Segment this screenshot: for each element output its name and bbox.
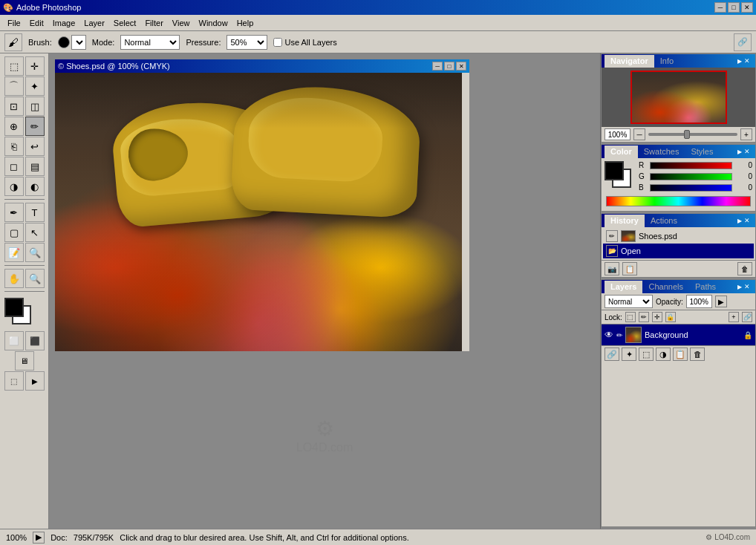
nav-zoom-input[interactable] <box>605 128 630 140</box>
history-new-snapshot[interactable]: 📷 <box>605 262 619 275</box>
history-panel-close[interactable]: ✕ <box>742 216 752 225</box>
menu-image[interactable]: Image <box>48 17 80 29</box>
tool-notes[interactable]: 📝 <box>4 243 24 262</box>
tool-zoom[interactable]: 🔍 <box>25 269 45 288</box>
menu-help[interactable]: Help <box>232 17 258 29</box>
new-layer-btn[interactable]: 📋 <box>673 347 688 361</box>
navigator-tab[interactable]: Navigator <box>605 55 654 68</box>
standard-mode[interactable]: ⬜ <box>4 331 24 350</box>
tool-magic-wand[interactable]: ✦ <box>25 76 45 96</box>
color-panel-close[interactable]: ✕ <box>742 147 752 156</box>
minimize-button[interactable]: ─ <box>714 2 726 13</box>
doc-close-button[interactable]: ✕ <box>456 62 466 71</box>
lock-all[interactable]: 🔒 <box>665 312 676 322</box>
foreground-color-swatch[interactable] <box>4 298 24 317</box>
history-delete[interactable]: 🗑 <box>737 262 752 275</box>
r-slider[interactable] <box>650 162 732 169</box>
history-tab[interactable]: History <box>605 215 645 227</box>
menu-view[interactable]: View <box>168 17 195 29</box>
tool-heal[interactable]: ⊕ <box>4 117 24 136</box>
edit-standard[interactable]: ⬚ <box>4 371 24 391</box>
menu-file[interactable]: File <box>3 17 25 29</box>
channels-tab[interactable]: Channels <box>642 281 688 293</box>
nav-zoom-out[interactable]: ─ <box>633 128 645 140</box>
brush-select[interactable] <box>71 35 86 50</box>
title-bar-controls[interactable]: ─ □ ✕ <box>714 2 753 13</box>
tool-clone[interactable]: ⎗ <box>4 137 24 156</box>
doc-minimize-button[interactable]: ─ <box>432 62 443 71</box>
tool-shape[interactable]: ▢ <box>4 223 24 242</box>
pressure-select[interactable]: 50% 100% 75% 25% <box>227 35 267 50</box>
link-layers-btn[interactable]: 🔗 <box>605 347 619 361</box>
tool-eraser[interactable]: ◻ <box>4 157 24 176</box>
lock-transparent[interactable]: ⬚ <box>625 312 636 322</box>
menu-layer[interactable]: Layer <box>79 17 109 29</box>
tool-gradient[interactable]: ▤ <box>25 157 45 176</box>
menu-edit[interactable]: Edit <box>25 17 48 29</box>
add-to-selection[interactable]: + <box>729 312 739 322</box>
tool-burn[interactable]: ◐ <box>25 177 45 196</box>
screen-mode[interactable]: 🖥 <box>15 351 34 371</box>
mode-select[interactable]: Normal Dissolve Multiply Screen <box>120 35 180 50</box>
lock-position[interactable]: ✛ <box>652 312 662 322</box>
tool-eyedropper[interactable]: 🔍 <box>25 243 45 262</box>
history-new-doc[interactable]: 📋 <box>622 262 637 275</box>
color-tab[interactable]: Color <box>605 146 638 158</box>
tool-lasso[interactable]: ⌒ <box>4 76 24 96</box>
blend-mode-select[interactable]: Normal Multiply Screen <box>605 295 653 308</box>
quickmask-mode[interactable]: ⬛ <box>25 331 45 350</box>
tool-slice[interactable]: ◫ <box>25 97 45 116</box>
tool-dodge[interactable]: ◑ <box>4 177 24 196</box>
tool-move[interactable]: ✛ <box>25 56 45 76</box>
tool-text[interactable]: T <box>25 203 45 222</box>
styles-tab[interactable]: Styles <box>685 146 719 157</box>
nav-zoom-in[interactable]: + <box>740 128 752 140</box>
document-titlebar-controls[interactable]: ─ □ ✕ <box>432 62 466 71</box>
tool-options-icon[interactable]: 🖌 <box>4 33 22 51</box>
color-rainbow-bar[interactable] <box>606 196 751 206</box>
opacity-input[interactable] <box>686 295 712 308</box>
lock-image[interactable]: ✏ <box>639 312 649 322</box>
opacity-arrow[interactable]: ▶ <box>715 296 727 307</box>
add-layer-style-btn[interactable]: ✦ <box>622 347 636 361</box>
doc-maximize-button[interactable]: □ <box>444 62 454 71</box>
layers-tab[interactable]: Layers <box>605 281 642 293</box>
tool-marquee[interactable]: ⬚ <box>4 56 24 76</box>
right-options-icon[interactable]: 🔗 <box>734 33 752 51</box>
close-button[interactable]: ✕ <box>741 2 753 13</box>
maximize-button[interactable]: □ <box>728 2 740 13</box>
tool-row-10: 📝 🔍 <box>4 243 45 262</box>
g-slider[interactable] <box>650 173 732 180</box>
navigator-panel-close[interactable]: ✕ <box>742 56 752 65</box>
history-item-open[interactable]: 📂 Open <box>603 244 754 258</box>
nav-zoom-slider[interactable] <box>648 133 737 136</box>
tool-crop[interactable]: ⊡ <box>4 97 24 116</box>
menu-filter[interactable]: Filter <box>140 17 167 29</box>
link-layers[interactable]: 🔗 <box>742 312 752 322</box>
layer-row-background[interactable]: 👁 ✏ Background 🔒 <box>602 324 755 345</box>
use-all-layers-checkbox[interactable] <box>273 38 282 47</box>
layer-link-icon[interactable]: ✏ <box>616 331 622 339</box>
actions-tab[interactable]: Actions <box>645 215 683 226</box>
b-slider[interactable] <box>650 184 732 192</box>
tool-brush[interactable]: ✏ <box>25 117 45 136</box>
add-mask-btn[interactable]: ⬚ <box>639 347 654 361</box>
layers-panel-close[interactable]: ✕ <box>742 282 752 291</box>
layer-visibility-icon[interactable]: 👁 <box>605 330 613 340</box>
tool-pen[interactable]: ✒ <box>4 203 24 222</box>
new-fill-layer-btn[interactable]: ◑ <box>656 347 671 361</box>
history-item-open-thumb[interactable]: ✏ Shoes.psd <box>603 229 754 244</box>
edit-imageready[interactable]: ▶ <box>25 371 45 391</box>
info-tab[interactable]: Info <box>654 55 680 67</box>
tool-hand[interactable]: ✋ <box>4 269 24 288</box>
delete-layer-btn[interactable]: 🗑 <box>690 347 705 361</box>
paths-tab[interactable]: Paths <box>689 281 722 293</box>
fg-swatch[interactable] <box>605 161 624 180</box>
document-canvas[interactable] <box>55 73 462 351</box>
swatches-tab[interactable]: Swatches <box>638 146 685 157</box>
menu-select[interactable]: Select <box>109 17 141 29</box>
tool-history-brush[interactable]: ↩ <box>25 137 45 156</box>
status-arrow[interactable]: ▶ <box>33 532 45 544</box>
tool-direct[interactable]: ↖ <box>25 223 45 242</box>
menu-window[interactable]: Window <box>195 17 232 29</box>
